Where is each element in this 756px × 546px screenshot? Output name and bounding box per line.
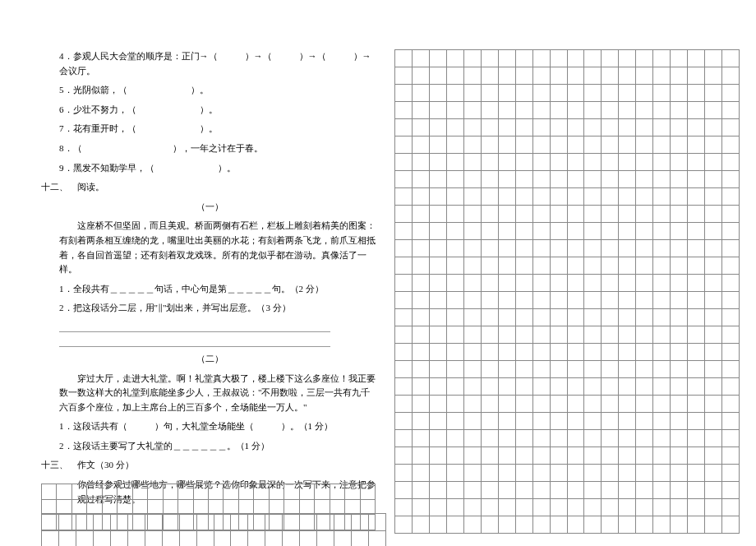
grid-cell[interactable] [499,50,516,67]
grid-cell[interactable] [345,500,360,516]
grid-cell[interactable] [688,102,705,119]
grid-cell[interactable] [551,257,568,275]
grid-cell[interactable] [499,85,516,102]
grid-cell[interactable] [722,516,740,534]
grid-cell[interactable] [482,257,499,275]
grid-cell[interactable] [568,430,585,447]
grid-cell[interactable] [568,465,585,482]
grid-cell[interactable] [516,119,533,136]
grid-cell[interactable] [499,292,516,309]
grid-cell[interactable] [688,292,705,309]
grid-cell[interactable] [705,206,722,223]
grid-cell[interactable] [430,240,447,257]
grid-cell[interactable] [395,413,413,430]
grid-cell[interactable] [464,223,482,240]
grid-cell[interactable] [516,378,533,396]
grid-cell[interactable] [636,465,653,482]
grid-cell[interactable] [395,499,413,516]
grid-cell[interactable] [619,188,636,206]
grid-cell[interactable] [722,275,740,292]
grid-cell[interactable] [499,309,516,326]
grid-cell[interactable] [705,430,722,447]
grid-cell[interactable] [209,500,224,516]
grid-cell[interactable] [636,50,653,67]
grid-cell[interactable] [300,500,315,516]
grid-cell[interactable] [705,257,722,275]
grid-cell[interactable] [464,171,482,188]
grid-cell[interactable] [722,154,740,171]
grid-cell[interactable] [671,50,688,67]
grid-cell[interactable] [395,206,413,223]
grid-cell[interactable] [584,482,602,499]
grid-cell[interactable] [413,171,430,188]
grid-cell[interactable] [602,309,619,326]
grid-cell[interactable] [619,206,636,223]
grid-cell[interactable] [671,326,688,344]
grid-cell[interactable] [551,499,568,516]
grid-cell[interactable] [568,136,585,154]
grid-cell[interactable] [602,171,619,188]
grid-cell[interactable] [395,171,413,188]
grid-cell[interactable] [330,484,345,500]
grid-cell[interactable] [653,85,671,102]
grid-cell[interactable] [619,171,636,188]
grid-cell[interactable] [180,531,197,546]
grid-cell[interactable] [482,206,499,223]
grid-cell[interactable] [636,240,653,257]
grid-cell[interactable] [619,465,636,482]
grid-cell[interactable] [533,119,551,136]
grid-cell[interactable] [653,344,671,361]
grid-cell[interactable] [551,326,568,344]
grid-cell[interactable] [430,292,447,309]
grid-cell[interactable] [464,102,482,119]
grid-cell[interactable] [395,257,413,275]
grid-cell[interactable] [602,292,619,309]
grid-cell[interactable] [482,430,499,447]
grid-cell[interactable] [653,119,671,136]
grid-cell[interactable] [447,136,464,154]
grid-cell[interactable] [602,275,619,292]
answer-blank-line-2[interactable] [59,335,330,347]
grid-cell[interactable] [602,499,619,516]
grid-cell[interactable] [464,257,482,275]
grid-cell[interactable] [239,515,254,530]
grid-cell[interactable] [430,171,447,188]
grid-cell[interactable] [722,447,740,465]
grid-cell[interactable] [413,326,430,344]
grid-cell[interactable] [653,430,671,447]
grid-cell[interactable] [705,378,722,396]
grid-cell[interactable] [482,447,499,465]
grid-cell[interactable] [499,413,516,430]
grid-cell[interactable] [516,136,533,154]
grid-cell[interactable] [533,85,551,102]
grid-cell[interactable] [533,499,551,516]
grid-cell[interactable] [722,309,740,326]
grid-cell[interactable] [705,447,722,465]
grid-cell[interactable] [499,154,516,171]
grid-cell[interactable] [653,482,671,499]
grid-cell[interactable] [584,344,602,361]
grid-cell[interactable] [584,447,602,465]
grid-cell[interactable] [722,102,740,119]
grid-cell[interactable] [499,188,516,206]
grid-cell[interactable] [395,447,413,465]
grid-cell[interactable] [103,515,118,530]
grid-cell[interactable] [315,515,330,530]
grid-cell[interactable] [636,413,653,430]
grid-cell[interactable] [619,361,636,378]
grid-cell[interactable] [430,257,447,275]
grid-cell[interactable] [602,326,619,344]
grid-cell[interactable] [705,240,722,257]
grid-cell[interactable] [118,515,132,530]
grid-cell[interactable] [722,361,740,378]
grid-cell[interactable] [636,136,653,154]
grid-cell[interactable] [533,447,551,465]
grid-cell[interactable] [317,531,334,546]
grid-cell[interactable] [464,206,482,223]
grid-cell[interactable] [447,396,464,413]
grid-cell[interactable] [722,188,740,206]
grid-cell[interactable] [636,447,653,465]
grid-cell[interactable] [568,447,585,465]
grid-cell[interactable] [533,206,551,223]
grid-cell[interactable] [464,396,482,413]
